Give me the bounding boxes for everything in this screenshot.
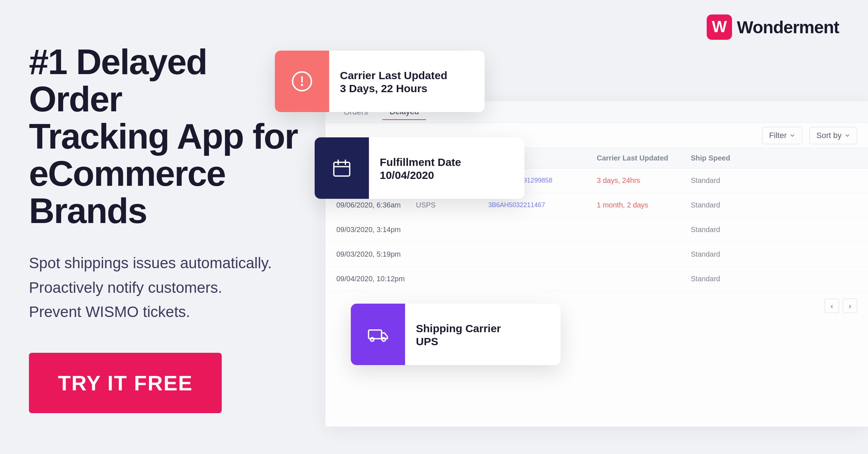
card-1-title: Carrier Last Updated (340, 68, 447, 82)
table-row: 09/03/2020, 3:14pm Standard (326, 218, 868, 242)
try-free-button[interactable]: TRY IT FREE (29, 353, 222, 413)
cell-delay: 1 month, 2 days (597, 201, 691, 209)
cell-delay: 3 days, 24hrs (597, 176, 691, 185)
fulfillment-date-card: Fulfillment Date 10/04/2020 (315, 137, 524, 199)
card-1-text: Carrier Last Updated 3 Days, 22 Hours (329, 60, 458, 103)
next-page-button[interactable]: › (843, 299, 857, 313)
logo-area: W Wonderment (707, 14, 839, 40)
chevron-down-icon (790, 133, 795, 138)
wonderment-logo-icon: W (707, 14, 732, 40)
svg-rect-5 (334, 162, 350, 176)
card-3-title: Shipping Carrier (416, 321, 501, 335)
cell-date: 09/03/2020, 3:14pm (336, 226, 416, 234)
cell-speed: Standard (691, 176, 763, 185)
col-ship-speed: Ship Speed (691, 154, 763, 162)
cell-date: 09/03/2020, 5:19pm (336, 250, 416, 258)
table-row: 09/04/2020, 10:12pm Standard (326, 267, 868, 291)
card-2-subtitle: 10/04/2020 (380, 169, 461, 181)
cell-carrier: USPS (416, 201, 488, 209)
svg-text:W: W (712, 18, 727, 35)
table-row: 09/03/2020, 5:19pm Standard (326, 242, 868, 267)
card-2-text: Fulfillment Date 10/04/2020 (369, 146, 472, 190)
svg-point-11 (382, 338, 386, 341)
svg-rect-9 (369, 330, 382, 339)
cell-speed: Standard (691, 275, 763, 283)
hero-section: #1 Delayed Order Tracking App for eComme… (29, 43, 304, 413)
card-3-text: Shipping Carrier UPS (405, 313, 512, 356)
svg-point-10 (370, 338, 374, 341)
cell-date: 09/06/2020, 6:36am (336, 201, 416, 209)
main-heading: #1 Delayed Order Tracking App for eComme… (29, 43, 304, 229)
filter-dropdown[interactable]: Filter (762, 127, 802, 144)
alert-circle-icon (291, 70, 313, 92)
shipping-carrier-card: Shipping Carrier UPS (351, 304, 561, 365)
cell-date: 09/04/2020, 10:12pm (336, 275, 416, 283)
truck-icon-bg (351, 304, 405, 365)
sort-by-dropdown[interactable]: Sort by (809, 127, 857, 144)
sub-description: Spot shippings issues automatically. Pro… (29, 251, 304, 324)
carrier-last-updated-card: Carrier Last Updated 3 Days, 22 Hours (275, 51, 485, 112)
cell-speed: Standard (691, 201, 763, 209)
cell-speed: Standard (691, 226, 763, 234)
cell-speed: Standard (691, 250, 763, 258)
cell-tracking: 3B6AH5032211467 (488, 201, 597, 209)
svg-point-4 (301, 84, 303, 86)
truck-icon (367, 324, 389, 345)
card-2-title: Fulfillment Date (380, 155, 461, 169)
prev-page-button[interactable]: ‹ (825, 299, 839, 313)
alert-circle-icon-bg (275, 51, 329, 112)
col-carrier-updated: Carrier Last Updated (597, 154, 691, 162)
card-3-subtitle: UPS (416, 335, 501, 348)
calendar-icon-bg (315, 137, 369, 199)
brand-name: Wonderment (737, 17, 839, 37)
calendar-icon (331, 157, 353, 179)
chevron-down-icon (844, 133, 850, 138)
card-1-subtitle: 3 Days, 22 Hours (340, 82, 447, 95)
